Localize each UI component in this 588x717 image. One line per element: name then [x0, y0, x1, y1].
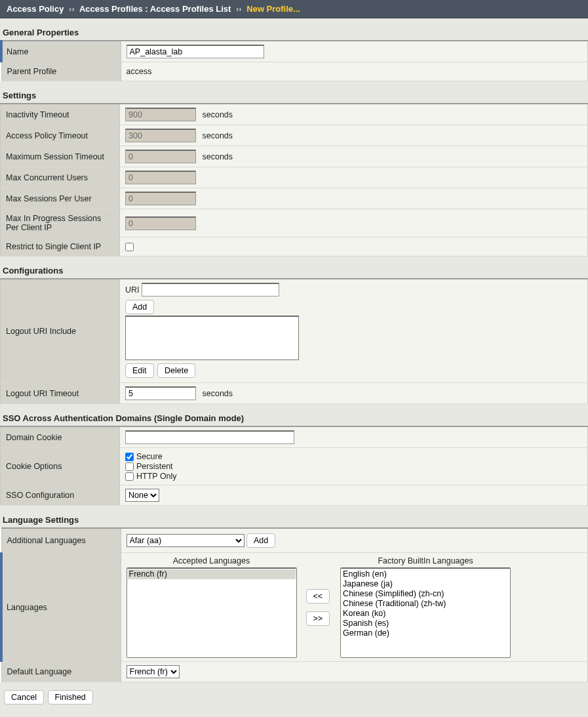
breadcrumb-root[interactable]: Access Policy — [7, 4, 64, 14]
seconds-unit: seconds — [202, 389, 233, 398]
max-concurrent-users-input[interactable] — [125, 171, 196, 184]
breadcrumb-sep: ›› — [69, 4, 75, 14]
builtin-languages-listbox[interactable]: English (en)Japanese (ja)Chinese (Simpli… — [340, 567, 511, 658]
add-language-button[interactable]: Add — [246, 533, 275, 548]
max-session-timeout-label: Maximum Session Timeout — [1, 146, 120, 167]
add-uri-button[interactable]: Add — [125, 300, 154, 314]
cookie-options-label: Cookie Options — [1, 448, 120, 485]
max-sessions-per-user-input[interactable] — [125, 192, 196, 205]
move-right-button[interactable]: >> — [306, 611, 330, 626]
config-table: Logout URI Include URI Add Edit Delete L… — [0, 278, 588, 404]
max-session-timeout-input[interactable] — [125, 150, 196, 163]
seconds-unit: seconds — [202, 110, 233, 119]
breadcrumb-mid[interactable]: Access Profiles : Access Profiles List — [79, 4, 231, 14]
edit-uri-button[interactable]: Edit — [125, 363, 154, 378]
builtin-languages-title: Factory BuiltIn Languages — [378, 556, 473, 565]
accepted-languages-listbox[interactable]: French (fr) — [127, 567, 297, 658]
domain-cookie-label: Domain Cookie — [1, 426, 120, 448]
finished-button[interactable]: Finished — [48, 690, 93, 705]
sso-config-label: SSO Configuration — [1, 485, 120, 506]
uri-label: URI — [125, 285, 140, 295]
httponly-label: HTTP Only — [136, 472, 177, 481]
max-concurrent-users-label: Max Concurrent Users — [1, 167, 120, 188]
sso-table: Domain Cookie Cookie Options Secure Pers… — [0, 426, 588, 506]
logout-uri-timeout-input[interactable] — [125, 386, 196, 400]
secure-label: Secure — [136, 452, 163, 461]
breadcrumb-current: New Profile... — [246, 4, 300, 14]
policy-timeout-input[interactable] — [125, 129, 196, 142]
sso-config-select[interactable]: None — [125, 489, 159, 502]
secure-checkbox[interactable] — [125, 453, 134, 461]
delete-uri-button[interactable]: Delete — [157, 363, 195, 378]
max-inprogress-input[interactable] — [125, 216, 196, 230]
section-config-title: Configurations — [0, 256, 588, 278]
max-sessions-per-user-label: Max Sessions Per User — [1, 188, 120, 209]
httponly-checkbox[interactable] — [125, 472, 134, 481]
inactivity-timeout-label: Inactivity Timeout — [1, 104, 120, 125]
logout-uri-include-label: Logout URI Include — [1, 279, 120, 383]
breadcrumb-sep: ›› — [236, 4, 242, 14]
restrict-single-ip-checkbox[interactable] — [125, 243, 134, 251]
settings-table: Inactivity Timeout seconds Access Policy… — [0, 103, 588, 256]
default-language-select[interactable]: French (fr) — [127, 665, 180, 678]
persistent-label: Persistent — [136, 462, 173, 471]
section-general-title: General Properties — [0, 18, 588, 40]
parent-profile-label: Parent Profile — [1, 62, 121, 81]
general-table: Name Parent Profile access — [0, 40, 588, 81]
inactivity-timeout-input[interactable] — [125, 108, 196, 121]
domain-cookie-input[interactable] — [125, 430, 294, 444]
additional-languages-select[interactable]: Afar (aa) — [127, 534, 245, 547]
restrict-single-ip-label: Restrict to Single Client IP — [1, 237, 120, 256]
accepted-languages-title: Accepted Languages — [173, 556, 250, 565]
section-sso-title: SSO Across Authentication Domains (Singl… — [0, 404, 588, 426]
section-settings-title: Settings — [0, 81, 588, 103]
seconds-unit: seconds — [202, 152, 233, 161]
additional-languages-label: Additional Languages — [1, 528, 121, 553]
cancel-button[interactable]: Cancel — [4, 690, 44, 705]
move-left-button[interactable]: << — [306, 589, 330, 604]
max-inprogress-label: Max In Progress Sessions Per Client IP — [1, 209, 120, 237]
languages-label: Languages — [1, 553, 121, 662]
parent-profile-value: access — [121, 62, 588, 81]
name-input[interactable] — [127, 45, 264, 58]
policy-timeout-label: Access Policy Timeout — [1, 125, 120, 146]
logout-uri-listbox[interactable] — [125, 316, 299, 360]
persistent-checkbox[interactable] — [125, 462, 134, 471]
default-language-label: Default Language — [1, 662, 121, 682]
seconds-unit: seconds — [202, 131, 233, 140]
section-lang-title: Language Settings — [0, 506, 588, 527]
logout-uri-timeout-label: Logout URI Timeout — [1, 383, 120, 404]
lang-table: Additional Languages Afar (aa) Add Langu… — [0, 527, 588, 682]
breadcrumb: Access Policy ›› Access Profiles : Acces… — [0, 0, 588, 18]
name-label: Name — [1, 41, 121, 62]
uri-input[interactable] — [142, 283, 279, 297]
